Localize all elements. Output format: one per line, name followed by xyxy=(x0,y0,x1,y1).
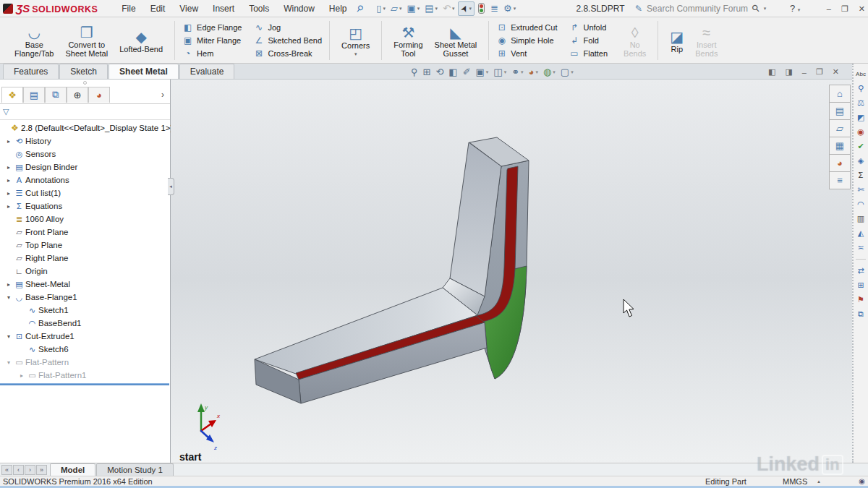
filter-input[interactable] xyxy=(12,106,167,118)
prev-tab-button[interactable]: ‹ xyxy=(13,465,24,475)
flatten-button[interactable]: ▭Flatten xyxy=(566,48,610,59)
zoom-to-fit-icon[interactable]: ⚲ xyxy=(409,66,420,78)
measure-icon[interactable]: ⚲ xyxy=(858,84,864,93)
statistics-icon[interactable]: ⧉ xyxy=(858,309,864,319)
menu-edit[interactable]: Edit xyxy=(144,1,172,16)
curvature-icon[interactable]: ◠ xyxy=(857,200,864,209)
draft-analysis-icon[interactable]: ◭ xyxy=(858,228,864,238)
fold-button[interactable]: ↲Fold xyxy=(566,35,610,46)
tree-item-design-binder[interactable]: ▸▤Design Binder xyxy=(0,160,170,174)
tree-item-base-flange[interactable]: ▾◡Base-Flange1 xyxy=(0,291,170,304)
tab-features[interactable]: Features xyxy=(3,64,59,79)
filter-funnel-icon[interactable]: ▽ xyxy=(3,107,9,116)
units-selector[interactable]: MMGS▴ xyxy=(783,477,820,486)
tree-item-cut-list[interactable]: ▸☰Cut list(1) xyxy=(0,187,170,200)
collapse-arrow-icon[interactable]: ▾ xyxy=(4,333,13,340)
design-table-icon[interactable]: ⊞ xyxy=(857,281,864,290)
menu-help[interactable]: Help xyxy=(323,1,354,16)
doc-close-button[interactable]: ✕ xyxy=(833,67,839,77)
tree-item-annotations[interactable]: ▸AAnnotations xyxy=(0,174,170,187)
displaymanager-tab[interactable]: ◕ xyxy=(88,87,110,103)
design-library-tab[interactable]: ▤ xyxy=(829,102,851,120)
zoom-to-area-icon[interactable]: ⊞ xyxy=(422,66,433,78)
home-tab[interactable]: ⌂ xyxy=(829,85,851,103)
doc-minimize-button[interactable]: – xyxy=(802,68,807,77)
expand-arrow-icon[interactable]: ▸ xyxy=(4,177,13,184)
mass-properties-icon[interactable]: ⚖ xyxy=(857,98,864,108)
hide-show-items-icon[interactable]: ⚭▾ xyxy=(510,66,524,78)
tree-item-origin[interactable]: ∟Origin xyxy=(0,265,170,278)
section-view-icon[interactable]: ◧ xyxy=(447,66,459,78)
simple-hole-button[interactable]: ◉Simple Hole xyxy=(493,35,560,46)
expand-arrow-icon[interactable]: ▸ xyxy=(4,190,13,197)
spellcheck-icon[interactable]: Abc xyxy=(856,69,866,79)
lofted-bend-button[interactable]: ◆ Lofted-Bend xyxy=(114,26,169,55)
rebuild-traffic-light-icon[interactable] xyxy=(478,3,485,14)
expand-arrow-icon[interactable]: ▸ xyxy=(4,164,13,171)
apply-scene-icon[interactable]: ◍▾ xyxy=(542,66,557,78)
check-icon[interactable]: ✔ xyxy=(857,142,864,151)
last-tab-button[interactable]: » xyxy=(36,465,47,475)
expand-arrow-icon[interactable]: ▸ xyxy=(4,203,13,210)
tree-item-cut-extrude1[interactable]: ▾⊡Cut-Extrude1 xyxy=(0,330,170,343)
restore-button[interactable]: ❐ xyxy=(841,4,848,14)
menu-view[interactable]: View xyxy=(173,1,205,16)
section-properties-icon[interactable]: ◩ xyxy=(857,113,864,122)
cross-break-button[interactable]: ⊠Cross-Break xyxy=(250,48,325,59)
menu-insert[interactable]: Insert xyxy=(206,1,241,16)
view-orientation-icon[interactable]: ▣▾ xyxy=(475,66,490,78)
tree-item-basebend1[interactable]: ◠BaseBend1 xyxy=(0,317,170,330)
unfold-button[interactable]: ↱Unfold xyxy=(566,22,610,33)
tab-evaluate[interactable]: Evaluate xyxy=(179,64,235,79)
file-properties-button[interactable]: ≣ xyxy=(488,1,501,15)
tree-item-sheet-metal[interactable]: ▸▤Sheet-Metal xyxy=(0,278,170,291)
sheet-metal-gusset-button[interactable]: ◣ Sheet MetalGusset xyxy=(429,22,483,59)
edit-appearance-icon[interactable]: ◕▾ xyxy=(527,66,540,78)
expand-arrow-icon[interactable]: ▸ xyxy=(4,138,13,145)
search-dropdown-caret[interactable]: ▾ xyxy=(764,6,767,12)
insert-bends-button[interactable]: ≈ InsertBends xyxy=(689,22,723,59)
dimxpertmanager-tab[interactable]: ⊕ xyxy=(67,87,88,103)
sketched-bend-button[interactable]: ∠Sketched Bend xyxy=(250,35,325,46)
pane-split-right-icon[interactable]: ◨ xyxy=(785,67,792,77)
undo-button[interactable]: ↶▾ xyxy=(441,1,456,15)
pin-menu-icon[interactable]: ⚲ xyxy=(354,2,365,14)
pane-split-left-icon[interactable]: ◧ xyxy=(768,67,775,77)
tree-item-sensors[interactable]: ◎Sensors xyxy=(0,147,170,160)
collapse-arrow-icon[interactable]: ▾ xyxy=(4,359,13,366)
panel-collapse-splitter[interactable]: ◂ xyxy=(168,178,174,195)
zebra-stripes-icon[interactable]: ▥ xyxy=(857,214,864,223)
menu-tools[interactable]: Tools xyxy=(242,1,276,16)
select-tool-button[interactable]: ➤▾ xyxy=(458,1,475,16)
configurationmanager-tab[interactable]: ⧉ xyxy=(45,87,67,103)
equations-icon[interactable]: Σ xyxy=(859,171,864,180)
new-document-button[interactable]: ▯▾ xyxy=(374,1,388,15)
miter-flange-button[interactable]: ▣Miter Flange xyxy=(179,35,244,46)
sensor-icon[interactable]: ◉ xyxy=(857,127,864,137)
expand-arrow-icon[interactable]: ▸ xyxy=(4,281,13,288)
motion-study-tab[interactable]: Motion Study 1 xyxy=(96,463,174,476)
tree-item-flat-pattern1[interactable]: ▸▭Flat-Pattern1 xyxy=(0,369,170,382)
expand-arrow-icon[interactable]: ▸ xyxy=(17,372,26,379)
menu-file[interactable]: File xyxy=(115,1,142,16)
hem-button[interactable]: ◔Hem xyxy=(179,48,244,59)
jog-button[interactable]: ∿Jog xyxy=(250,22,325,33)
corners-dropdown-caret[interactable]: ▾ xyxy=(354,51,357,57)
graphics-viewport[interactable] xyxy=(171,80,852,463)
appearances-tab[interactable]: ◕ xyxy=(829,154,851,172)
tree-item-history[interactable]: ▸⟲History xyxy=(0,134,170,147)
tag-eye-icon[interactable]: ◉ xyxy=(859,477,865,485)
previous-view-icon[interactable]: ⟲ xyxy=(434,66,445,78)
tree-item-equations[interactable]: ▸ΣEquations xyxy=(0,200,170,213)
menu-window[interactable]: Window xyxy=(277,1,321,16)
corners-button[interactable]: ◰ Corners ▾ xyxy=(336,22,375,59)
tree-root-part[interactable]: ❖ 2.8 (Default<<Default>_Display State 1… xyxy=(0,121,170,134)
tree-item-sketch6[interactable]: ∿Sketch6 xyxy=(0,343,170,356)
vent-button[interactable]: ⊞Vent xyxy=(493,48,560,59)
featuremanager-tab[interactable]: ❖ xyxy=(1,87,23,103)
save-button[interactable]: ▣▾ xyxy=(405,1,422,15)
view-palette-tab[interactable]: ▦ xyxy=(829,137,851,155)
display-style-icon[interactable]: ◫▾ xyxy=(492,66,508,78)
convert-to-sheet-metal-button[interactable]: ❒ Convert toSheet Metal xyxy=(59,22,114,59)
tree-item-flat-pattern[interactable]: ▾▭Flat-Pattern xyxy=(0,356,170,369)
